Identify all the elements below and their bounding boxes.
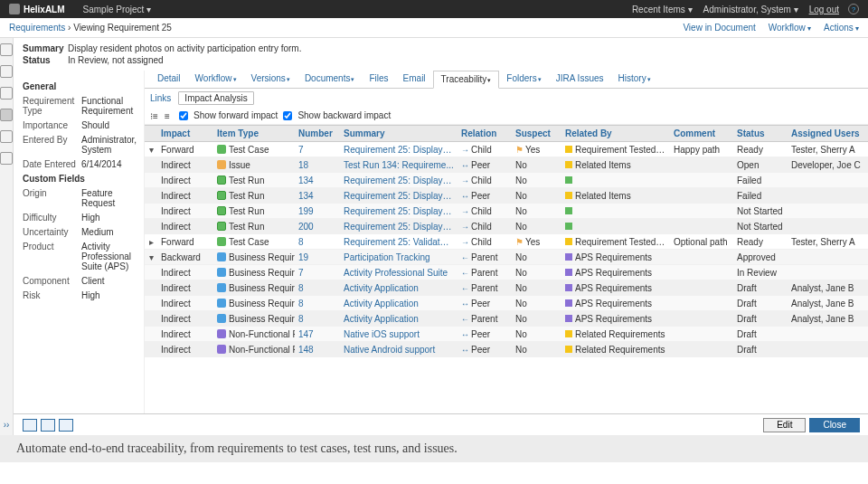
tab-workflow[interactable]: Workflow▾ bbox=[188, 71, 244, 88]
logout-link[interactable]: Log out bbox=[809, 5, 839, 14]
cell-summary[interactable]: Requirement 25: Display r... bbox=[340, 219, 458, 234]
related-by-icon bbox=[565, 330, 572, 337]
tab-files[interactable]: Files bbox=[362, 71, 395, 88]
recent-items-menu[interactable]: Recent Items ▾ bbox=[632, 5, 693, 14]
cell-summary[interactable]: Requirement 25: Display r... bbox=[340, 188, 458, 204]
cell-number[interactable]: 199 bbox=[295, 204, 340, 219]
tab-email[interactable]: Email bbox=[396, 71, 433, 88]
grid-row[interactable]: IndirectTest Run134Requirement 25: Displ… bbox=[145, 173, 868, 188]
col-relation[interactable]: Relation bbox=[458, 126, 512, 141]
grid-row[interactable]: ▸ForwardTest Case8Requirement 25: Valida… bbox=[145, 234, 868, 250]
list-view-icon[interactable]: ≡ bbox=[165, 111, 174, 120]
grid-row[interactable]: IndirectBusiness Require...8Activity App… bbox=[145, 296, 868, 311]
rail-icon-3[interactable] bbox=[0, 87, 13, 100]
cell-number[interactable]: 8 bbox=[295, 234, 340, 250]
rail-expand-icon[interactable]: ›› bbox=[4, 420, 10, 430]
expand-toggle[interactable]: ▾ bbox=[145, 142, 157, 157]
grid-row[interactable]: IndirectTest Run199Requirement 25: Displ… bbox=[145, 204, 868, 219]
status-value: In Review, not assigned bbox=[68, 55, 164, 65]
cell-number[interactable]: 8 bbox=[295, 311, 340, 327]
rail-icon-4[interactable] bbox=[0, 109, 13, 121]
cell-summary[interactable]: Native Android support bbox=[340, 342, 458, 357]
tab-history[interactable]: History▾ bbox=[611, 71, 658, 88]
breadcrumb-root[interactable]: Requirements bbox=[9, 23, 65, 33]
col-impact[interactable]: Impact bbox=[157, 126, 213, 141]
col-number[interactable]: Number bbox=[295, 126, 340, 141]
grid-row[interactable]: IndirectBusiness Require...8Activity App… bbox=[145, 280, 868, 296]
help-icon[interactable]: ? bbox=[848, 4, 859, 14]
tab-folders[interactable]: Folders▾ bbox=[499, 71, 548, 88]
expand-toggle bbox=[145, 331, 157, 337]
show-backward-checkbox[interactable] bbox=[283, 111, 292, 120]
expand-toggle[interactable]: ▸ bbox=[145, 234, 157, 250]
cell-summary[interactable]: Requirement 25: Display r... bbox=[340, 173, 458, 188]
expand-toggle[interactable]: ▾ bbox=[145, 250, 157, 265]
actions-menu[interactable]: Actions bbox=[824, 23, 859, 33]
cell-number[interactable]: 134 bbox=[295, 173, 340, 188]
cell-number[interactable]: 18 bbox=[295, 157, 340, 173]
cell-status: Draft bbox=[733, 327, 788, 342]
rail-icon-6[interactable] bbox=[0, 152, 13, 165]
cell-number[interactable]: 7 bbox=[295, 142, 340, 157]
grid-row[interactable]: IndirectBusiness Require...8Activity App… bbox=[145, 311, 868, 327]
cell-summary[interactable]: Activity Application bbox=[340, 296, 458, 311]
close-button[interactable]: Close bbox=[809, 418, 860, 432]
view-mode-2[interactable] bbox=[41, 419, 55, 432]
cell-number[interactable]: 7 bbox=[295, 265, 340, 280]
tab-documents[interactable]: Documents▾ bbox=[297, 71, 363, 88]
item-type-icon bbox=[217, 191, 226, 200]
grid-row[interactable]: IndirectTest Run134Requirement 25: Displ… bbox=[145, 188, 868, 204]
cell-number[interactable]: 148 bbox=[295, 342, 340, 357]
grid-row[interactable]: IndirectNon-Functional R...147Native iOS… bbox=[145, 327, 868, 342]
cell-summary[interactable]: Activity Application bbox=[340, 311, 458, 327]
grid-row[interactable]: IndirectBusiness Require...7Activity Pro… bbox=[145, 265, 868, 280]
links-subtab[interactable]: Links bbox=[150, 93, 171, 103]
cell-number[interactable]: 147 bbox=[295, 327, 340, 342]
cell-summary[interactable]: Requirement 25: Display r... bbox=[340, 204, 458, 219]
rail-icon-5[interactable] bbox=[0, 130, 13, 143]
edit-button[interactable]: Edit bbox=[763, 418, 806, 432]
grid-row[interactable]: IndirectIssue18Test Run 134: Requireme..… bbox=[145, 157, 868, 173]
grid-row[interactable]: ▾ForwardTest Case7Requirement 25: Displa… bbox=[145, 142, 868, 157]
col-status[interactable]: Status bbox=[733, 126, 788, 141]
view-mode-1[interactable] bbox=[23, 419, 37, 432]
tab-versions[interactable]: Versions▾ bbox=[244, 71, 297, 88]
cell-number[interactable]: 200 bbox=[295, 219, 340, 234]
tree-view-icon[interactable]: ⁝≡ bbox=[150, 111, 159, 120]
cell-number[interactable]: 8 bbox=[295, 280, 340, 296]
grid-row[interactable]: IndirectNon-Functional R...148Native And… bbox=[145, 342, 868, 357]
related-by-icon bbox=[565, 315, 572, 322]
cell-summary[interactable]: Participation Tracking bbox=[340, 250, 458, 265]
cell-summary[interactable]: Activity Application bbox=[340, 280, 458, 296]
cell-summary[interactable]: Test Run 134: Requireme... bbox=[340, 157, 458, 173]
col-comment[interactable]: Comment bbox=[670, 126, 733, 141]
impact-analysis-subtab[interactable]: Impact Analysis bbox=[178, 91, 253, 105]
user-menu[interactable]: Administrator, System ▾ bbox=[703, 5, 798, 14]
col-item-type[interactable]: Item Type bbox=[213, 126, 295, 141]
cell-summary[interactable]: Activity Professional Suite bbox=[340, 265, 458, 280]
cell-status: In Review bbox=[733, 265, 788, 280]
cell-relation: ←Parent bbox=[458, 311, 512, 327]
col-suspect[interactable]: Suspect bbox=[512, 126, 561, 141]
project-selector[interactable]: Sample Project ▾ bbox=[83, 5, 152, 14]
grid-row[interactable]: IndirectTest Run200Requirement 25: Displ… bbox=[145, 219, 868, 234]
cell-number[interactable]: 19 bbox=[295, 250, 340, 265]
cell-number[interactable]: 134 bbox=[295, 188, 340, 204]
col-summary[interactable]: Summary bbox=[340, 126, 458, 141]
tab-jira-issues[interactable]: JIRA Issues bbox=[549, 71, 611, 88]
col-related-by[interactable]: Related By bbox=[561, 126, 670, 141]
col-assigned[interactable]: Assigned Users bbox=[788, 126, 868, 141]
cell-summary[interactable]: Requirement 25: Display r... bbox=[340, 142, 458, 157]
rail-icon-2[interactable] bbox=[0, 65, 13, 78]
view-in-document-link[interactable]: View in Document bbox=[683, 23, 755, 33]
rail-icon-1[interactable] bbox=[0, 43, 13, 56]
show-forward-checkbox[interactable] bbox=[179, 111, 188, 120]
cell-summary[interactable]: Requirement 25: Validate ... bbox=[340, 234, 458, 250]
grid-row[interactable]: ▾BackwardBusiness Requirement19Participa… bbox=[145, 250, 868, 265]
workflow-menu[interactable]: Workflow bbox=[769, 23, 811, 33]
tab-traceability[interactable]: Traceability▾ bbox=[433, 71, 500, 89]
view-mode-3[interactable] bbox=[59, 419, 73, 432]
cell-summary[interactable]: Native iOS support bbox=[340, 327, 458, 342]
cell-number[interactable]: 8 bbox=[295, 296, 340, 311]
tab-detail[interactable]: Detail bbox=[150, 71, 188, 88]
